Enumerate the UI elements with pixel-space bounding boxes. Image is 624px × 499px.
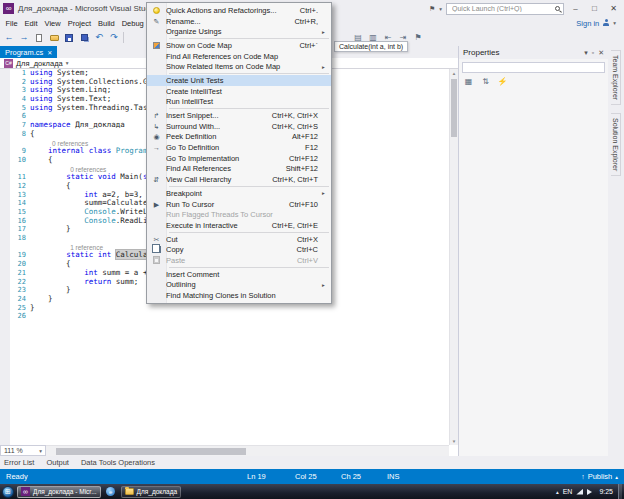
alphabetical-button[interactable]: ⇅ [480,76,491,87]
menu-debug[interactable]: Debug [118,19,147,28]
volume-icon[interactable] [587,489,595,495]
categorized-button[interactable]: ▦ [463,76,474,87]
tab-output[interactable]: Output [46,458,69,467]
status-line: Ln 19 [247,469,266,484]
menu-item-run-intellitest[interactable]: Run IntelliTest [147,97,331,108]
tray-chevron-up-icon[interactable]: ▴ [556,489,559,495]
network-icon[interactable] [576,489,583,495]
menu-separator [169,73,329,74]
menu-item-insert-comment[interactable]: Insert Comment [147,269,331,280]
menu-item-outlining[interactable]: Outlining▸ [147,280,331,291]
menu-item-insert-snippet[interactable]: ↱Insert Snippet...Ctrl+K, Ctrl+X [147,110,331,121]
notifications-flag-icon[interactable]: ⚑ [429,5,435,13]
line-number: 14 [12,199,30,208]
menu-item-view-call-hierarchy[interactable]: ⇵View Call HierarchyCtrl+K, Ctrl+T [147,174,331,185]
window-position-icon[interactable]: ▾ [584,49,588,57]
open-file-button[interactable] [47,31,61,45]
menu-item-icon-slot [147,269,166,280]
menu-item-shortcut: Shift+F12 [276,164,318,173]
menu-project[interactable]: Project [64,19,94,28]
menu-item-label: Go To Implementation [166,154,279,163]
menu-item-create-unit-tests[interactable]: Create Unit Tests [147,75,331,86]
menu-item-organize-usings[interactable]: Organize Usings▸ [147,26,331,37]
menu-item-copy[interactable]: CopyCtrl+C [147,244,331,255]
editor-vertical-scrollbar[interactable]: ▲ ▼ [449,69,458,445]
property-pages-button[interactable]: ⚡ [497,76,508,87]
menu-item-icon-slot [147,280,166,291]
menu-item-go-to-definition[interactable]: →Go To DefinitionF12 [147,142,331,153]
navigate-forward-button[interactable]: → [17,31,31,45]
save-all-button[interactable] [77,31,91,45]
menu-item-quick-actions-and-refactorings[interactable]: Quick Actions and Refactorings...Ctrl+. [147,5,331,16]
menu-item-icon-slot [147,97,166,108]
new-file-button[interactable] [32,31,46,45]
panel-close-icon[interactable]: ✕ [598,49,604,57]
tab-close-icon[interactable]: ✕ [47,49,52,56]
menu-build[interactable]: Build [95,19,119,28]
publish-button[interactable]: ↑ Publish ▴ [581,469,618,484]
taskbar-button-3[interactable]: Для_доклада [121,486,181,498]
property-pages-icon: ⚡ [498,78,508,86]
menu-item-icon-slot [147,61,166,72]
tab-solution-explorer[interactable]: Solution Explorer [611,113,621,176]
scroll-up-icon[interactable]: ▲ [450,69,458,77]
menu-item-create-intellitest[interactable]: Create IntelliTest [147,86,331,97]
minimize-button[interactable]: – [568,2,583,15]
menu-view[interactable]: View [41,19,64,28]
toggle-bookmark-button[interactable]: ⚑ [411,31,425,45]
properties-object-combobox[interactable] [462,62,605,73]
language-indicator[interactable]: EN [563,488,573,495]
undo-button[interactable]: ↶ [92,31,106,45]
start-button[interactable]: ⊞ [2,486,14,498]
project-dropdown[interactable]: Для_доклада [16,59,63,68]
navigate-backward-button[interactable]: ← [2,31,16,45]
clock[interactable]: 9:25 [599,488,613,495]
menu-item-show-related-items-on-code-map[interactable]: Show Related Items on Code Map▸ [147,61,331,72]
tab-error-list[interactable]: Error List [4,458,34,467]
menu-item-find-matching-clones-in-solution[interactable]: Find Matching Clones in Solution [147,290,331,301]
menu-file[interactable]: File [2,19,21,28]
menu-item-go-to-implementation[interactable]: Go To ImplementationCtrl+F12 [147,153,331,164]
menu-item-rename[interactable]: ✎Rename...Ctrl+R, [147,16,331,27]
menu-item-find-all-references-on-code-map[interactable]: Find All References on Code Map [147,51,331,62]
horizontal-scrollbar-thumb[interactable] [56,448,246,455]
tab-data-tools-operations[interactable]: Data Tools Operations [81,458,155,467]
new-file-icon [36,34,42,42]
member-dropdown[interactable]: Calculate(int a, int b) [334,41,408,52]
context-menu: Quick Actions and Refactorings...Ctrl+.✎… [146,2,332,304]
menu-item-find-all-references[interactable]: Find All ReferencesShift+F12 [147,164,331,175]
maximize-button[interactable]: □ [587,2,602,15]
menu-item-execute-in-interactive[interactable]: Execute in InteractiveCtrl+E, Ctrl+E [147,220,331,231]
tab-team-explorer[interactable]: Team Explorer [611,50,621,105]
project-dropdown-caret-icon[interactable]: ▾ [66,60,69,66]
code-line[interactable]: 26 [0,312,449,321]
pin-icon[interactable]: ▫ [592,49,594,57]
close-button[interactable]: ✕ [606,2,621,15]
menu-item-cut[interactable]: ✂CutCtrl+X [147,234,331,245]
redo-button[interactable]: ↷ [107,31,121,45]
properties-panel-header[interactable]: Properties ▾ ▫ ✕ [459,46,608,59]
tab-program-cs[interactable]: Program.cs ✕ [0,46,57,58]
menu-item-show-on-code-map[interactable]: Show on Code MapCtrl+` [147,40,331,51]
code-line[interactable]: 25} [0,304,449,313]
editor-horizontal-scrollbar[interactable] [46,445,449,456]
vertical-scrollbar-thumb[interactable] [451,79,457,137]
save-button[interactable] [62,31,76,45]
zoom-selector[interactable]: 111 % ▾ [0,445,46,456]
menu-item-surround-with[interactable]: ↳Surround With...Ctrl+K, Ctrl+S [147,121,331,132]
scroll-down-icon[interactable]: ▼ [450,437,458,445]
taskbar-button-1[interactable]: ∞Для_доклада - Micr... [17,486,101,498]
quick-launch-input[interactable] [450,4,555,13]
show-desktop-button[interactable] [618,484,622,499]
sign-in-button[interactable]: Sign in ▾ [576,19,622,28]
menu-item-run-to-cursor[interactable]: ▶Run To CursorCtrl+F10 [147,199,331,210]
menu-item-breakpoint[interactable]: Breakpoint▸ [147,188,331,199]
browser-button[interactable]: e [104,486,118,498]
menu-item-shortcut: Ctrl+F12 [279,154,318,163]
menu-item-peek-definition[interactable]: ◉Peek DefinitionAlt+F12 [147,132,331,143]
quick-launch-box[interactable] [446,3,564,15]
menu-item-icon-slot [147,164,166,175]
line-number: 8 [12,130,30,139]
menu-edit[interactable]: Edit [21,19,41,28]
flag-caret-icon[interactable]: ▾ [439,6,442,12]
